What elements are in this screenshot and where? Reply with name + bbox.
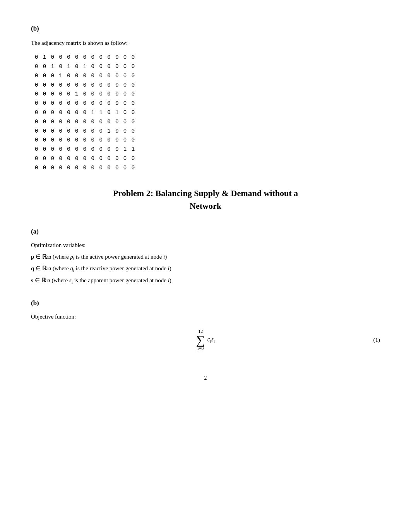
- variables-block: p ∈ ℝ13 (where pi is the active power ge…: [31, 252, 380, 286]
- matrix-row: 0 0 0 0 0 0 0 0 0 0 0 0 0: [35, 136, 380, 145]
- formula-number: (1): [373, 335, 380, 344]
- variable-s-line: s ∈ ℝ13 (where si is the apparent power …: [31, 276, 380, 286]
- sum-lower: i=0: [197, 346, 204, 351]
- adjacency-intro-text: The adjacency matrix is shown as follow:: [31, 38, 380, 48]
- part-b2-section: (b) Objective function: 12 ∑ i=0 cisi (1…: [31, 298, 380, 351]
- superscript-s: 13: [46, 278, 50, 285]
- var-s-bold: s: [31, 276, 33, 285]
- reals-s: ℝ: [41, 276, 46, 285]
- part-b-section-label: (b): [31, 23, 380, 34]
- summation-formula: 12 ∑ i=0 cisi: [196, 329, 215, 351]
- matrix-row: 0 0 0 0 0 0 0 0 0 0 0 0 0: [35, 118, 380, 127]
- adjacency-matrix: 0 1 0 0 0 0 0 0 0 0 0 0 0 0 0 1 0 1 0 1 …: [35, 53, 380, 172]
- part-b2-label: (b): [31, 298, 380, 308]
- matrix-row: 0 0 1 0 1 0 1 0 0 0 0 0 0: [35, 62, 380, 72]
- matrix-row: 0 0 0 0 0 0 0 0 0 0 0 0 0: [35, 99, 380, 108]
- summation-symbol: 12 ∑ i=0: [196, 329, 205, 351]
- matrix-row: 0 0 0 0 0 0 0 0 0 0 0 0 0: [35, 154, 380, 164]
- s-sub-i: i: [214, 339, 215, 344]
- matrix-row: 0 1 0 0 0 0 0 0 0 0 0 0 0: [35, 53, 380, 62]
- reals-q: ℝ: [42, 264, 47, 273]
- sum-sigma: ∑: [196, 334, 205, 346]
- page-number: 2: [31, 374, 380, 382]
- problem-title-line1: Problem 2: Balancing Supply & Demand wit…: [31, 187, 380, 200]
- q-description: (where qi is the reactive power generate…: [51, 264, 171, 274]
- matrix-row: 0 0 0 0 0 0 0 0 0 1 0 0 0: [35, 127, 380, 136]
- matrix-row: 0 0 0 0 0 0 0 0 0 0 0 0 0: [35, 81, 380, 90]
- problem-title: Problem 2: Balancing Supply & Demand wit…: [31, 187, 380, 212]
- matrix-row: 0 0 0 0 0 1 0 0 0 0 0 0 0: [35, 90, 380, 99]
- superscript-p: 13: [47, 254, 51, 261]
- objective-label: Objective function:: [31, 312, 380, 321]
- problem-title-line2: Network: [31, 200, 380, 212]
- c-var: c: [207, 336, 210, 343]
- matrix-row: 0 0 0 0 0 0 0 1 1 0 1 0 0: [35, 108, 380, 118]
- matrix-row: 0 0 0 0 0 0 0 0 0 0 0 0 0: [35, 164, 380, 173]
- in-symbol-q: ∈: [36, 264, 41, 273]
- sum-body: cisi: [207, 334, 215, 345]
- matrix-row: 0 0 0 0 0 0 0 0 0 0 0 1 1: [35, 145, 380, 154]
- p-description: (where pi is the active power generated …: [51, 252, 167, 263]
- var-q-bold: q: [31, 264, 34, 273]
- reals-p: ℝ: [42, 252, 47, 261]
- s-description: (where si is the apparent power generate…: [50, 276, 171, 286]
- variable-q-line: q ∈ ℝ13 (where qi is the reactive power …: [31, 264, 380, 274]
- formula-container: 12 ∑ i=0 cisi (1): [31, 329, 380, 351]
- in-symbol-s: ∈: [35, 276, 40, 285]
- superscript-q: 13: [47, 266, 51, 273]
- variable-p-line: p ∈ ℝ13 (where pi is the active power ge…: [31, 252, 380, 263]
- part-a-label: (a): [31, 226, 380, 237]
- var-p-bold: p: [31, 252, 34, 261]
- in-symbol-p: ∈: [36, 252, 41, 261]
- matrix-row: 0 0 0 1 0 0 0 0 0 0 0 0 0: [35, 72, 380, 81]
- optimization-label: Optimization variables:: [31, 240, 380, 250]
